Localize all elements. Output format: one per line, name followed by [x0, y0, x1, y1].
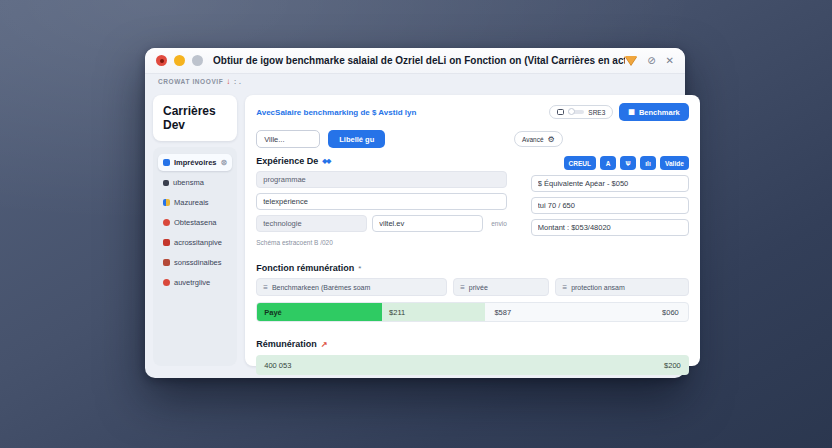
sidebar-item-label: Obtestasena	[174, 218, 217, 227]
equivalent-input[interactable]	[531, 175, 689, 192]
record-dot-icon	[160, 59, 164, 63]
value-060: $060	[662, 308, 679, 317]
close-icon[interactable]: ✕	[666, 56, 674, 66]
sidebar-item-mazureais[interactable]: Mazureais	[158, 194, 232, 211]
technologie-row: envio	[256, 215, 507, 232]
app-window: Obtiur de igow benchmarke salaial de Ozr…	[145, 48, 685, 378]
fonction-segments: ≡ Benchmarkeen (Barèmes soam ≡ privée ≡ …	[256, 278, 689, 296]
value-587: $587	[494, 308, 511, 317]
benchmark-header-link[interactable]: AvecSalaire benchmarking de $ Avstid lyn	[256, 108, 416, 117]
segment-privee[interactable]: ≡ privée	[453, 278, 549, 296]
down-arrow-icon: ↓	[226, 77, 231, 86]
search-row: Libellé gu Avancé ⚙	[256, 130, 689, 148]
sidebar-item-label: sonssdinaibes	[174, 258, 222, 267]
mid-segment: $211	[382, 303, 485, 321]
segment-protection[interactable]: ≡ protection ansam	[555, 278, 688, 296]
segment-benchmarkeen[interactable]: ≡ Benchmarkeen (Barèmes soam	[256, 278, 447, 296]
menu-icon: ≡	[460, 283, 465, 292]
libelle-button[interactable]: Libellé gu	[328, 130, 385, 148]
panel-header-actions: SRE3 ▦ Benchmark	[549, 103, 688, 121]
required-star: *	[358, 264, 361, 273]
dismiss-icon[interactable]: ⊗	[221, 158, 228, 167]
main-panel: AvecSalaire benchmarking de $ Avstid lyn…	[245, 95, 700, 366]
titlebar-actions: ⊘ ✕	[625, 56, 674, 66]
close-traffic-light[interactable]	[156, 55, 167, 66]
plus-circle-icon	[163, 279, 170, 286]
stats-badge-icon[interactable]: ılı	[640, 156, 656, 170]
breadcrumb: CROWAT INOOVIF ↓ : .	[145, 74, 685, 90]
gear-icon: ⚙	[548, 135, 555, 144]
mini-toggle[interactable]	[568, 110, 584, 114]
toggle-label: SRE3	[588, 109, 605, 116]
window-body: Carrières Dev Imprévoires ⊗ ubensma Mazu…	[145, 90, 685, 374]
remuneration-right-value: $200	[664, 361, 681, 370]
remuneration-left-value: 400 053	[264, 361, 291, 370]
sidebar-item-ubensma[interactable]: ubensma	[158, 174, 232, 191]
sidebar-item-label: Imprévoires	[174, 158, 217, 167]
minus-circle-icon	[163, 219, 170, 226]
technologie-input[interactable]	[256, 215, 367, 232]
segment-label: privée	[469, 284, 488, 291]
creul-badge[interactable]: CREUL	[564, 156, 596, 170]
segment-label: Benchmarkeen (Barèmes soam	[272, 284, 370, 291]
panel-header-row: AvecSalaire benchmarking de $ Avstid lyn…	[256, 103, 689, 121]
red-square-icon	[163, 239, 170, 246]
benchmark-button[interactable]: ▦ Benchmark	[619, 103, 688, 121]
avance-button[interactable]: Avancé ⚙	[514, 131, 563, 147]
camera-icon	[557, 109, 564, 115]
sidebar-item-obtestasena[interactable]: Obtestasena	[158, 214, 232, 231]
a-badge[interactable]: A	[600, 156, 616, 170]
amounts-column: CREUL A Ѱ ılı Valide	[531, 156, 689, 246]
experience-heading: Expérience De ◆◆	[256, 156, 507, 166]
zoom-traffic-light[interactable]	[192, 55, 203, 66]
measure-icon	[163, 199, 170, 206]
desktop-background: Obtiur de igow benchmarke salaial de Ozr…	[0, 0, 832, 448]
form-grid: Expérience De ◆◆ envio Schéma estracoent…	[256, 156, 689, 246]
warning-triangle-icon[interactable]	[625, 56, 637, 65]
site-input[interactable]	[372, 215, 483, 232]
programme-input[interactable]	[256, 171, 507, 188]
rust-square-icon	[163, 259, 170, 266]
app-name: Carrières Dev	[153, 95, 237, 141]
fonction-heading: Fonction rémunération *	[256, 263, 689, 273]
window-subtitle: CROWAT INOOVIF	[158, 78, 223, 85]
subtitle-suffix: : .	[234, 78, 242, 85]
blocked-icon[interactable]: ⊘	[647, 56, 655, 66]
ville-input[interactable]	[256, 130, 320, 148]
window-title: Obtiur de igow benchmarke salaial de Ozr…	[213, 55, 625, 66]
minimize-traffic-light[interactable]	[174, 55, 185, 66]
chart-icon: ▦	[628, 108, 635, 116]
toggle-knob	[568, 108, 575, 115]
remuneration-bar: 400 053 $200	[256, 355, 689, 375]
double-diamond-icon: ◆◆	[322, 157, 330, 165]
remuneration-heading-label: Rémunération	[256, 339, 317, 349]
traffic-lights	[156, 55, 203, 66]
sidebar-item-label: auvetrglive	[174, 278, 210, 287]
grid-icon	[163, 159, 170, 166]
bar-remainder: $587 $060	[485, 303, 687, 321]
remuneration-section: Rémunération ↗ 400 053 $200	[256, 339, 689, 375]
valide-badge[interactable]: Valide	[660, 156, 689, 170]
avance-label: Avancé	[522, 136, 544, 143]
salary-progress-bar: Payé $211 $587 $060	[256, 302, 689, 322]
sidebar: Carrières Dev Imprévoires ⊗ ubensma Mazu…	[153, 95, 237, 366]
paid-segment: Payé	[257, 303, 382, 321]
value-211: $211	[389, 308, 405, 317]
fonction-section: Fonction rémunération * ≡ Benchmarkeen (…	[256, 263, 689, 322]
experience-heading-label: Expérience De	[256, 156, 318, 166]
toggle-pill[interactable]: SRE3	[549, 105, 613, 119]
menu-icon: ≡	[263, 283, 268, 292]
montant-input[interactable]	[531, 219, 689, 236]
red-arrow-icon: ↗	[321, 340, 328, 349]
bell-badge-icon[interactable]: Ѱ	[620, 156, 636, 170]
sidebar-item-auvetrglive[interactable]: auvetrglive	[158, 274, 232, 291]
sidebar-item-label: ubensma	[173, 178, 204, 187]
experience-column: Expérience De ◆◆ envio Schéma estracoent…	[256, 156, 507, 246]
schema-note: Schéma estracoent B /020	[256, 239, 507, 246]
sidebar-item-label: acrossitanpive	[174, 238, 222, 247]
sidebar-item-imprevoires[interactable]: Imprévoires ⊗	[158, 154, 232, 171]
sidebar-item-acrossitanpive[interactable]: acrossitanpive	[158, 234, 232, 251]
sidebar-item-sonssdinaibes[interactable]: sonssdinaibes	[158, 254, 232, 271]
telexperience-input[interactable]	[256, 193, 507, 210]
tui-input[interactable]	[531, 197, 689, 214]
